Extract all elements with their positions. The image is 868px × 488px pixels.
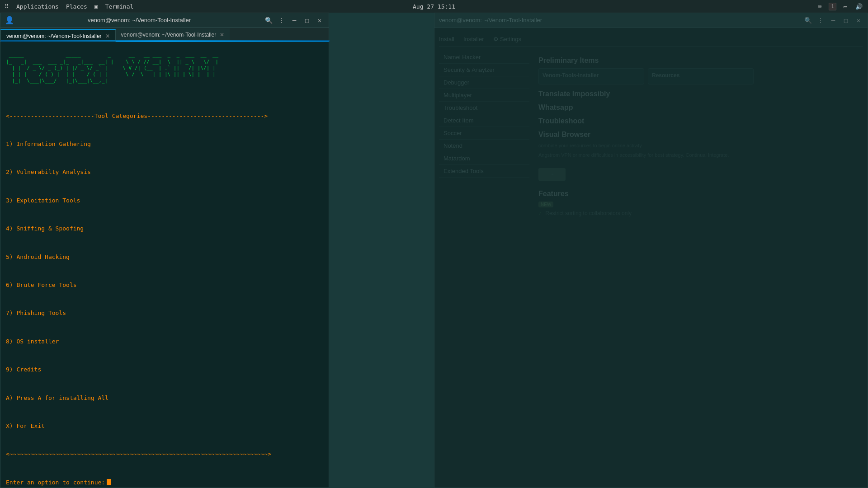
- ascii-logo: _____ _____ _ __ __ ___ _ _ ___ __ __ |_…: [6, 46, 323, 91]
- tab-2[interactable]: venom@venom: ~/Venom-Tool-Installer ✕: [116, 28, 230, 41]
- nav-installer[interactable]: Installer: [463, 36, 484, 42]
- menu-item-1[interactable]: 1) Information Gathering: [6, 140, 323, 149]
- sidebar-item-notend[interactable]: Notend: [439, 140, 529, 152]
- tab-1-label: venom@venom: ~/Venom-Tool-Installer: [6, 33, 102, 39]
- menu-item-4[interactable]: 4) Sniffing & Spoofing: [6, 224, 323, 234]
- action-button-label: →: [550, 171, 555, 178]
- keyboard-layout-icon[interactable]: ⌨: [815, 2, 824, 11]
- menu-header: <------------------------Tool Categories…: [6, 112, 323, 121]
- menu-content: <------------------------Tool Categories…: [6, 93, 323, 478]
- title-bar-controls: 🔍 ⋮ ─ □ ✕: [264, 16, 324, 25]
- menu-item-a[interactable]: A) Press A for installing All: [6, 394, 323, 403]
- terminal2-maximize-btn[interactable]: □: [841, 16, 850, 25]
- terminal-window-2: venom@venom: ~/Venom-Tool-Installer 🔍 ⋮ …: [434, 13, 868, 488]
- feature-restrict: ✓ Restrict sorting to collaborators only: [538, 210, 863, 216]
- system-bar-right: ⌨ 1 ▭ 🔊: [815, 2, 863, 11]
- applications-menu[interactable]: Applications: [16, 3, 59, 10]
- display-icon[interactable]: ▭: [841, 2, 850, 11]
- menu-item-8[interactable]: 8) OS installer: [6, 337, 323, 347]
- card-venom-title: Venom-Tools-Installer: [542, 72, 640, 79]
- tab-1-close[interactable]: ✕: [105, 33, 110, 39]
- card-resources-title: Resources: [652, 72, 750, 79]
- menu-item-6[interactable]: 6) Brute Force Tools: [6, 281, 323, 290]
- close-button[interactable]: ✕: [315, 16, 324, 25]
- keyboard-badge: 1: [829, 3, 836, 10]
- menu-item-x[interactable]: X) For Exit: [6, 422, 323, 431]
- search-button[interactable]: 🔍: [264, 16, 274, 25]
- system-bar: ⠿ Applications Places ▣ Terminal Aug 27 …: [0, 0, 868, 13]
- menu-item-2[interactable]: 2) Vulnerabilty Analysis: [6, 168, 323, 177]
- terminal2-search-btn[interactable]: 🔍: [803, 16, 812, 25]
- action-button[interactable]: →: [538, 168, 566, 181]
- terminal2-close-btn[interactable]: ✕: [854, 16, 863, 25]
- menu-item-9[interactable]: 9) Credits: [6, 365, 323, 375]
- sidebar-item-debugger[interactable]: Debugger: [439, 76, 529, 89]
- sidebar-item-security[interactable]: Security & Anaylzer: [439, 64, 529, 76]
- sidebar-item-namei[interactable]: Namei Hacker: [439, 51, 529, 64]
- features-section: Features NEW ✓ Restrict sorting to colla…: [538, 190, 863, 216]
- whatsapp-title: Whatsapp: [538, 103, 863, 112]
- title-bar-2: venom@venom: ~/Venom-Tool-Installer 🔍 ⋮ …: [434, 13, 868, 28]
- title-bar: 👤 venom@venom: ~/Venom-Tool-Installer 🔍 …: [0, 13, 329, 28]
- minimize-button[interactable]: ─: [290, 16, 299, 25]
- tab-2-label: venom@venom: ~/Venom-Tool-Installer: [121, 32, 217, 38]
- terminal2-title: venom@venom: ~/Venom-Tool-Installer: [439, 17, 542, 23]
- troubleshoot-title: Troubleshoot: [538, 117, 863, 125]
- maximize-button[interactable]: □: [302, 16, 311, 25]
- restrict-label: Restrict sorting to collaborators only: [545, 210, 632, 216]
- terminal2-menu-btn[interactable]: ⋮: [816, 16, 825, 25]
- check-icon: ✓: [538, 210, 542, 216]
- visual-browser-title: Visual Browser: [538, 131, 863, 139]
- card-venom-tools: Venom-Tools-Installer: [538, 68, 644, 84]
- sidebar-item-soccer[interactable]: Soccer: [439, 127, 529, 140]
- sidebar-item-matardom[interactable]: Matardom: [439, 152, 529, 165]
- menu-item-3[interactable]: 3) Exploitation Tools: [6, 196, 323, 206]
- sidebar-item-troubleshoot[interactable]: Troubleshoot: [439, 102, 529, 114]
- sidebar-item-multiplayer[interactable]: Multiplayer: [439, 89, 529, 102]
- accent-bar: [0, 40, 330, 42]
- second-terminal-nav: Install Installer ⚙ Settings: [439, 32, 863, 47]
- nav-install[interactable]: Install: [439, 36, 454, 42]
- terminal-content: _____ _____ _ __ __ ___ _ _ ___ __ __ |_…: [0, 42, 329, 488]
- sidebar-item-extended[interactable]: Extended Tools: [439, 165, 529, 178]
- nav-settings[interactable]: ⚙ Settings: [493, 36, 522, 42]
- translate-title: Translate Impossibly: [538, 90, 863, 98]
- second-terminal-content: Install Installer ⚙ Settings Namei Hacke…: [434, 28, 868, 224]
- sidebar-item-detect[interactable]: Detect Item: [439, 114, 529, 127]
- new-badge: NEW: [538, 202, 553, 207]
- visual-browser-detail: Angstrom VPN or more difficulties in acc…: [538, 152, 863, 159]
- feature-new: NEW: [538, 202, 863, 207]
- volume-icon[interactable]: 🔊: [854, 2, 863, 11]
- system-datetime: Aug 27 15:11: [413, 3, 455, 10]
- features-title: Features: [538, 190, 863, 198]
- apps-grid-icon[interactable]: ⠿: [5, 3, 9, 10]
- places-menu[interactable]: Places: [66, 3, 87, 10]
- second-terminal-body: Namei Hacker Security & Anaylzer Debugge…: [439, 51, 863, 219]
- cursor: [107, 479, 111, 485]
- prompt-text: Enter an option to continue:: [6, 479, 105, 486]
- preliminary-title: Preliminary Items: [538, 56, 863, 65]
- user-icon: 👤: [5, 16, 14, 24]
- terminal1-title: venom@venom: ~/Venom-Tool-Installer: [88, 17, 191, 23]
- menu-item-7[interactable]: 7) Phishing Tools: [6, 309, 323, 318]
- prompt-line: Enter an option to continue:: [6, 479, 323, 486]
- preliminary-grid: Venom-Tools-Installer Resources: [538, 68, 863, 84]
- visual-browser-desc: combine your resources to begin online a…: [538, 142, 863, 149]
- card-resources: Resources: [648, 68, 754, 84]
- second-terminal-main: Preliminary Items Venom-Tools-Installer …: [538, 51, 863, 219]
- menu-footer: <~~~~~~~~~~~~~~~~~~~~~~~~~~~~~~~~~~~~~~~…: [6, 450, 323, 459]
- system-bar-left: ⠿ Applications Places ▣ Terminal: [5, 3, 133, 10]
- menu-item-5[interactable]: 5) Android Hacking: [6, 253, 323, 262]
- menu-button[interactable]: ⋮: [277, 16, 286, 25]
- terminal-window: 👤 venom@venom: ~/Venom-Tool-Installer 🔍 …: [0, 13, 329, 488]
- terminal-icon: ▣: [94, 3, 98, 10]
- terminal2-minimize-btn[interactable]: ─: [829, 16, 838, 25]
- second-terminal-sidebar: Namei Hacker Security & Anaylzer Debugge…: [439, 51, 529, 219]
- terminal-menu[interactable]: Terminal: [105, 3, 134, 10]
- tab-2-close[interactable]: ✕: [220, 32, 224, 38]
